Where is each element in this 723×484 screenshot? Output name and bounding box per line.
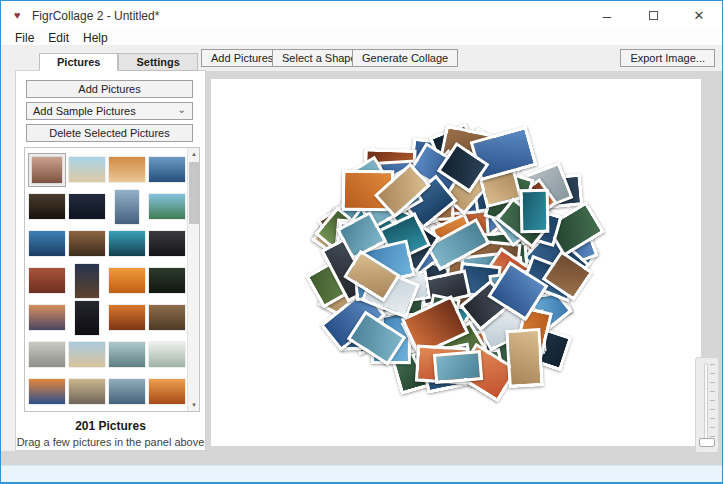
app-window: ♥ FigrCollage 2 - Untitled* – ✕ FileEdit… xyxy=(0,0,723,484)
thumbnail-image xyxy=(69,342,105,367)
drag-hint-label: Drag a few pictures in the panel above xyxy=(16,436,205,448)
thumbnail-image xyxy=(109,268,145,293)
maximize-button[interactable] xyxy=(630,1,676,30)
thumbnail-image xyxy=(149,342,185,367)
thumbnail[interactable] xyxy=(147,299,187,336)
generate-collage-button[interactable]: Generate Collage xyxy=(352,49,458,67)
thumbnail[interactable] xyxy=(107,410,147,412)
scrollbar-thumb[interactable] xyxy=(189,162,199,224)
thumbnail-image xyxy=(29,379,65,404)
thumbnail[interactable] xyxy=(147,151,187,188)
thumbnail[interactable] xyxy=(147,225,187,262)
thumbnail[interactable] xyxy=(27,336,67,373)
thumbnail[interactable] xyxy=(27,410,67,412)
thumbnail-image xyxy=(32,157,62,183)
thumbnail-image xyxy=(109,157,145,182)
thumbnail[interactable] xyxy=(67,373,107,410)
title-bar[interactable]: ♥ FigrCollage 2 - Untitled* – ✕ xyxy=(1,1,722,30)
collage-canvas[interactable] xyxy=(211,79,701,446)
content-area: Add Pictures Select a Shape Generate Col… xyxy=(1,45,722,481)
app-logo-icon: ♥ xyxy=(14,8,21,22)
thumbnail[interactable] xyxy=(67,410,107,412)
thumbnail-image xyxy=(29,194,65,219)
thumbnail-image xyxy=(109,342,145,367)
thumbnail[interactable] xyxy=(107,299,147,336)
thumbnail-image xyxy=(149,379,185,404)
dropdown-value: Add Sample Pictures xyxy=(33,105,136,117)
menu-item-help[interactable]: Help xyxy=(76,31,115,45)
scroll-up-icon[interactable]: ▲ xyxy=(188,148,200,160)
collage-photo[interactable] xyxy=(432,350,482,383)
thumbnail[interactable] xyxy=(107,336,147,373)
thumbnail[interactable] xyxy=(67,336,107,373)
thumbnail[interactable] xyxy=(27,373,67,410)
thumbnail-image xyxy=(75,264,99,298)
close-button[interactable]: ✕ xyxy=(676,1,722,30)
add-pictures-button[interactable]: Add Pictures xyxy=(26,80,193,98)
thumbnail-image xyxy=(69,157,105,182)
thumbnail-list[interactable]: ▲ ▼ xyxy=(24,147,200,412)
minimize-button[interactable]: – xyxy=(584,1,630,30)
thumbnail-image xyxy=(149,268,185,293)
add-sample-pictures-dropdown[interactable]: Add Sample Pictures ⌄ xyxy=(26,102,193,120)
thumbnail[interactable] xyxy=(147,336,187,373)
thumbnail-image xyxy=(149,231,185,256)
thumbnail-grid xyxy=(27,151,187,412)
thumbnail-image xyxy=(109,231,145,256)
collage-photo[interactable] xyxy=(520,189,550,233)
thumbnail-image xyxy=(69,194,105,219)
thumbnail-image xyxy=(29,231,65,256)
thumbnail[interactable] xyxy=(107,151,147,188)
thumbnail-image xyxy=(29,342,65,367)
thumbnail[interactable] xyxy=(67,299,107,336)
scroll-down-icon[interactable]: ▼ xyxy=(188,399,200,411)
status-bar xyxy=(1,465,722,482)
thumbnail[interactable] xyxy=(27,188,67,225)
thumbnail[interactable] xyxy=(107,188,147,225)
thumbnail-image xyxy=(29,305,65,330)
thumbnail[interactable] xyxy=(147,410,187,412)
thumbnail[interactable] xyxy=(27,262,67,299)
thumbnail-image xyxy=(75,301,99,335)
thumbnail[interactable] xyxy=(147,373,187,410)
tab-pictures[interactable]: Pictures xyxy=(39,53,118,71)
thumbnail[interactable] xyxy=(107,262,147,299)
thumbnail-image xyxy=(149,194,185,219)
pictures-panel: Add Pictures Add Sample Pictures ⌄ Delet… xyxy=(15,70,206,451)
thumbnail[interactable] xyxy=(107,373,147,410)
export-image-button[interactable]: Export Image... xyxy=(620,49,715,67)
window-title: FigrCollage 2 - Untitled* xyxy=(32,9,159,23)
slider-handle[interactable] xyxy=(699,438,715,447)
thumbnail-image xyxy=(69,231,105,256)
thumbnail-image xyxy=(69,379,105,404)
thumbnail-image xyxy=(109,305,145,330)
thumbnail[interactable] xyxy=(27,225,67,262)
thumbnail[interactable] xyxy=(107,225,147,262)
sidebar-tabs: Pictures Settings xyxy=(39,53,198,71)
thumbnail[interactable] xyxy=(27,299,67,336)
collage-photo[interactable] xyxy=(506,328,544,388)
thumbnail-image xyxy=(115,190,139,224)
tab-settings[interactable]: Settings xyxy=(118,53,197,71)
selected-thumbnail-frame xyxy=(28,153,66,187)
menu-bar: FileEditHelp xyxy=(1,30,722,45)
thumbnail[interactable] xyxy=(67,151,107,188)
thumbnail-image xyxy=(29,268,65,293)
thumbnail[interactable] xyxy=(147,262,187,299)
menu-item-edit[interactable]: Edit xyxy=(41,31,76,45)
delete-selected-pictures-button[interactable]: Delete Selected Pictures xyxy=(26,124,193,142)
thumbnail[interactable] xyxy=(67,262,107,299)
menu-item-file[interactable]: File xyxy=(8,31,41,45)
slider-ticks xyxy=(710,364,715,446)
thumbnail[interactable] xyxy=(27,151,67,188)
thumbnail[interactable] xyxy=(67,225,107,262)
picture-count-label: 201 Pictures xyxy=(16,419,205,433)
chevron-down-icon: ⌄ xyxy=(178,104,186,115)
thumbnail[interactable] xyxy=(67,188,107,225)
thumbnail-image xyxy=(109,379,145,404)
thumbnail-image xyxy=(149,157,185,182)
zoom-slider[interactable] xyxy=(695,357,719,453)
list-scrollbar[interactable]: ▲ ▼ xyxy=(187,148,199,411)
thumbnail[interactable] xyxy=(147,188,187,225)
maximize-icon xyxy=(649,11,658,20)
